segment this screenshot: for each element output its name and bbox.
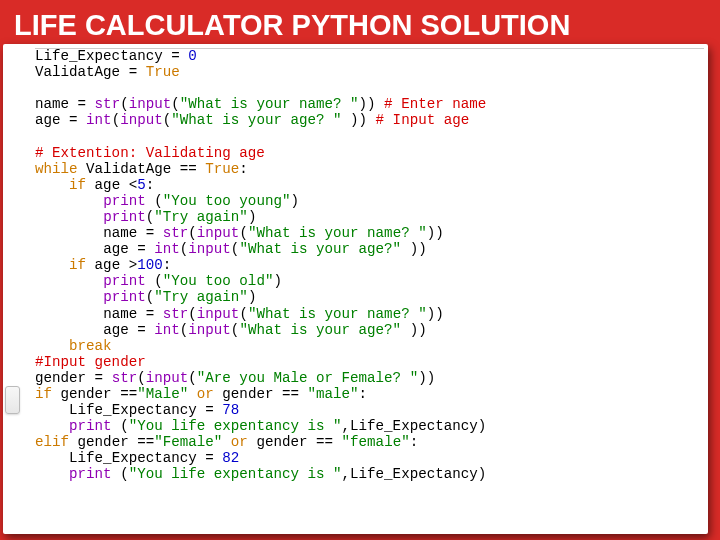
code-line: # Extention: Validating age xyxy=(35,145,704,161)
code-line: Life_Expectancy = 0 xyxy=(35,48,704,64)
code-line: gender = str(input("Are you Male or Fema… xyxy=(35,370,704,386)
code-line: age = int(input("What is your age?" )) xyxy=(35,241,704,257)
code-line: while ValidatAge == True: xyxy=(35,161,704,177)
code-card: Life_Expectancy = 0ValidatAge = True nam… xyxy=(3,44,708,534)
code-line: #Input gender xyxy=(35,354,704,370)
code-line: print ("You life expentancy is ",Life_Ex… xyxy=(35,418,704,434)
fold-gutter-button[interactable] xyxy=(5,386,20,414)
code-line xyxy=(35,128,704,144)
code-line: name = str(input("What is your name? ")) xyxy=(35,225,704,241)
code-line xyxy=(35,80,704,96)
code-line: if age <5: xyxy=(35,177,704,193)
slide: LIFE CALCULATOR PYTHON SOLUTION Life_Exp… xyxy=(0,0,720,540)
code-line: print ("You too old") xyxy=(35,273,704,289)
code-line: name = str(input("What is your name? ")) xyxy=(35,306,704,322)
code-line: ValidatAge = True xyxy=(35,64,704,80)
code-line: age = int(input("What is your age?" )) xyxy=(35,322,704,338)
code-line: name = str(input("What is your name? "))… xyxy=(35,96,704,112)
code-line: print("Try again") xyxy=(35,209,704,225)
code-line: Life_Expectancy = 82 xyxy=(35,450,704,466)
code-line: break xyxy=(35,338,704,354)
python-code: Life_Expectancy = 0ValidatAge = True nam… xyxy=(35,48,704,483)
code-line: elif gender =="Female" or gender == "fem… xyxy=(35,434,704,450)
code-line: print ("You life expentancy is ",Life_Ex… xyxy=(35,466,704,482)
code-line: print("Try again") xyxy=(35,289,704,305)
code-line: Life_Expectancy = 78 xyxy=(35,402,704,418)
code-line: if age >100: xyxy=(35,257,704,273)
code-line: age = int(input("What is your age? " )) … xyxy=(35,112,704,128)
code-line: print ("You too young") xyxy=(35,193,704,209)
code-line: if gender =="Male" or gender == "male": xyxy=(35,386,704,402)
slide-title: LIFE CALCULATOR PYTHON SOLUTION xyxy=(14,10,706,40)
code-viewport: Life_Expectancy = 0ValidatAge = True nam… xyxy=(35,48,704,532)
